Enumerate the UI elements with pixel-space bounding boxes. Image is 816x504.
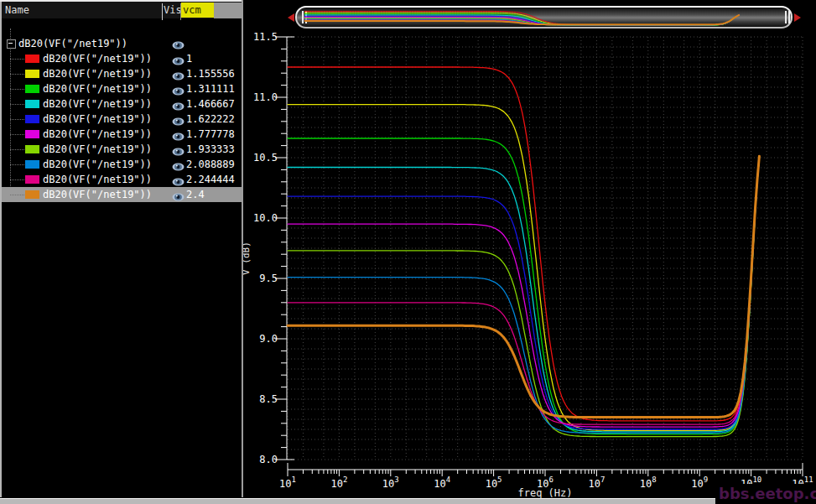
tree-guide-stub — [10, 134, 24, 136]
signal-row[interactable]: dB20(VF("/net19"))1.155556 — [2, 66, 242, 81]
x-tick-label: 108 — [640, 475, 657, 490]
visibility-eye-icon[interactable] — [172, 55, 185, 63]
visibility-eye-icon[interactable] — [172, 100, 185, 108]
signal-row[interactable]: dB20(VF("/net19"))1.777778 — [2, 127, 242, 142]
plot-curve[interactable] — [288, 157, 759, 437]
group-label: dB20(VF("/net19")) — [18, 37, 127, 50]
signal-row[interactable]: dB20(VF("/net19"))2.244444 — [2, 172, 242, 187]
color-swatch-icon — [25, 70, 39, 78]
signal-tree-panel: Name Vis vcm dB20(VF("/net19")) dB20(VF(… — [0, 0, 243, 497]
column-header-vcm[interactable]: vcm — [181, 3, 214, 18]
y-tick-label: 8.0 — [259, 454, 278, 465]
plot-grid — [288, 37, 803, 460]
signal-label: dB20(VF("/net19")) — [43, 172, 152, 187]
y-tick-label: 8.5 — [259, 393, 278, 405]
tree-guide-stub — [10, 89, 24, 91]
column-header-vis[interactable]: Vis — [164, 2, 182, 18]
signal-label: dB20(VF("/net19")) — [43, 187, 152, 202]
plot-curve[interactable] — [288, 157, 759, 432]
plot-curve[interactable] — [288, 138, 759, 434]
vcm-value: 1.933333 — [186, 142, 235, 157]
plot-curve[interactable] — [288, 156, 759, 424]
signal-row[interactable]: dB20(VF("/net19"))2.4 — [2, 187, 242, 202]
x-axis-title: freq (Hz) — [517, 487, 572, 499]
zoom-pan-track[interactable] — [297, 8, 791, 27]
visibility-eye-icon[interactable] — [172, 175, 185, 184]
visibility-eye-icon[interactable] — [172, 145, 185, 153]
tree-guide-stub — [10, 179, 24, 181]
visibility-eye-icon[interactable] — [172, 190, 185, 199]
capsule-right-grip[interactable] — [788, 11, 790, 23]
color-swatch-icon — [25, 145, 39, 153]
tree-guide-stub — [10, 59, 24, 60]
signal-row[interactable]: dB20(VF("/net19"))1.466667 — [2, 96, 242, 112]
scroll-left-arrow-icon[interactable] — [288, 13, 294, 22]
plot-curve[interactable] — [288, 156, 759, 429]
header-filler — [214, 3, 243, 18]
vcm-value: 2.4 — [186, 187, 205, 202]
visibility-eye-icon[interactable] — [172, 115, 185, 123]
color-swatch-icon — [25, 115, 39, 123]
plot-curve[interactable] — [288, 156, 759, 427]
y-tick-label: 10.5 — [253, 152, 278, 164]
signal-label: dB20(VF("/net19")) — [43, 127, 152, 142]
vcm-value: 2.088889 — [186, 157, 235, 172]
x-tick-label: 109 — [691, 475, 708, 490]
signal-row[interactable]: dB20(VF("/net19"))1.622222 — [2, 112, 242, 127]
x-tick-label: 101 — [279, 475, 296, 490]
signal-label: dB20(VF("/net19")) — [43, 112, 152, 127]
plot-curves — [288, 67, 759, 437]
column-header-name[interactable]: Name — [5, 2, 29, 18]
capsule-left-grip[interactable] — [305, 11, 307, 23]
signal-row[interactable]: dB20(VF("/net19"))1.311111 — [2, 81, 242, 96]
bottom-scrollbar[interactable] — [0, 498, 816, 504]
signal-row[interactable]: dB20(VF("/net19"))2.088889 — [2, 157, 242, 172]
vcm-value: 2.244444 — [186, 172, 235, 187]
visibility-eye-icon[interactable] — [172, 130, 185, 138]
color-swatch-icon — [25, 160, 39, 169]
plot-curve[interactable] — [288, 105, 759, 431]
signal-label: dB20(VF("/net19")) — [43, 81, 152, 96]
y-tick-label: 11.5 — [253, 31, 278, 43]
x-tick-label: 103 — [382, 475, 399, 490]
scroll-right-arrow-icon[interactable] — [794, 13, 801, 22]
x-tick-label: 107 — [588, 475, 605, 490]
watermark-text: bbs.eetop.cn — [719, 485, 816, 502]
tree-guide-stub — [10, 149, 24, 151]
vcm-value: 1 — [186, 51, 192, 66]
panel-right-border[interactable] — [242, 0, 243, 497]
capsule-left-grip[interactable] — [302, 11, 304, 23]
y-tick-label: 9.0 — [259, 333, 278, 345]
signal-row[interactable]: dB20(VF("/net19"))1 — [2, 51, 242, 66]
x-tick-label: 102 — [330, 475, 347, 490]
color-swatch-icon — [25, 190, 39, 199]
axis-labels: 8.08.59.09.510.010.511.011.5101102103104… — [241, 31, 813, 499]
color-swatch-icon — [25, 175, 39, 184]
signal-label: dB20(VF("/net19")) — [43, 142, 152, 157]
color-swatch-icon — [25, 55, 39, 63]
visibility-eye-icon[interactable] — [172, 70, 185, 78]
plot-curve[interactable] — [288, 156, 759, 417]
plot-curve[interactable] — [288, 157, 759, 434]
visibility-eye-icon[interactable] — [172, 160, 185, 169]
visibility-eye-icon[interactable] — [172, 39, 185, 48]
column-separator[interactable] — [162, 3, 163, 20]
plot-curve[interactable] — [288, 67, 759, 421]
signal-label: dB20(VF("/net19")) — [43, 51, 152, 66]
signal-group-row[interactable]: dB20(VF("/net19")) — [2, 37, 242, 50]
vcm-value: 1.777778 — [186, 127, 235, 142]
signal-label: dB20(VF("/net19")) — [43, 157, 152, 172]
plot-axes — [275, 37, 803, 476]
y-tick-label: 10.0 — [253, 212, 278, 224]
waveform-viewer-window: 8.08.59.09.510.010.511.011.5101102103104… — [0, 0, 816, 504]
tree-header: Name Vis vcm — [2, 2, 242, 18]
x-tick-label: 104 — [434, 475, 450, 490]
signal-row[interactable]: dB20(VF("/net19"))1.933333 — [2, 142, 242, 157]
visibility-eye-icon[interactable] — [172, 85, 185, 93]
vcm-value: 1.622222 — [186, 112, 235, 127]
vcm-value: 1.466667 — [186, 96, 235, 112]
collapse-minus-icon[interactable] — [7, 39, 16, 49]
tree-guide-stub — [10, 195, 24, 196]
capsule-right-grip[interactable] — [785, 11, 787, 23]
y-tick-label: 9.5 — [259, 273, 278, 284]
